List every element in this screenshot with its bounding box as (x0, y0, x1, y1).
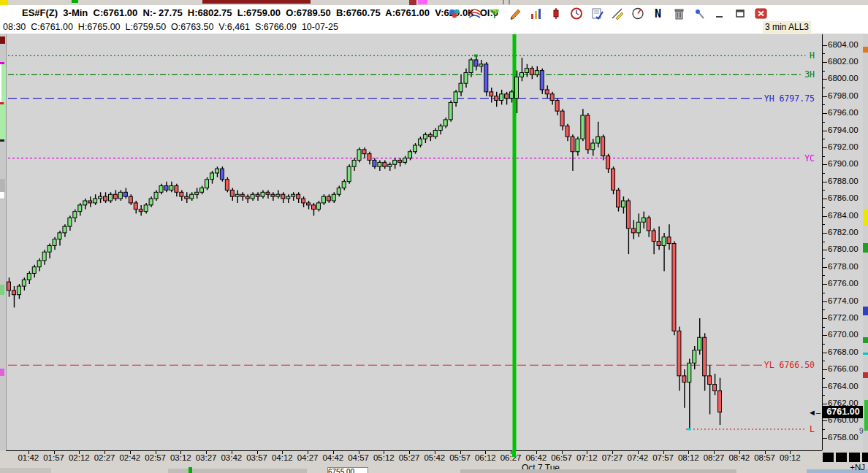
candle (591, 143, 595, 150)
candle (535, 71, 538, 75)
candle (307, 203, 311, 205)
candle (27, 273, 31, 280)
candle (443, 120, 447, 126)
price-axis-label: 6804.00 (828, 40, 859, 49)
candle (230, 190, 234, 196)
checklist-icon[interactable] (590, 7, 604, 20)
price-tick (823, 404, 827, 404)
candle (667, 237, 671, 244)
candle (378, 162, 381, 166)
candle (662, 237, 666, 246)
trash-icon[interactable] (672, 7, 686, 20)
candle (581, 115, 585, 139)
price-tick (823, 147, 827, 148)
price-axis[interactable]: 6804.006802.006800.006798.006796.006794.… (822, 34, 863, 450)
background-window-fragment (863, 372, 868, 378)
price-tick (823, 395, 825, 396)
price-tick (823, 293, 825, 293)
background-window-fragment (202, 0, 311, 4)
price-tick (823, 438, 827, 439)
candle (693, 350, 696, 364)
candle (454, 92, 457, 103)
price-axis-label: 6794.00 (828, 126, 859, 134)
pin-icon[interactable] (693, 7, 707, 20)
candle (12, 291, 15, 295)
candle (134, 203, 137, 209)
price-tick (823, 420, 827, 421)
price-tick (823, 131, 827, 131)
session-high-dot (474, 55, 478, 57)
candle (560, 111, 564, 126)
notes-icon[interactable]: N (652, 7, 666, 20)
chart-plot-area[interactable]: H3HYH 6797.75YCYL 6766.50L (6, 34, 823, 450)
compass-icon[interactable] (631, 7, 645, 20)
candle (368, 154, 371, 161)
level-label-H: H (810, 50, 815, 61)
price-tick (823, 79, 827, 80)
current-price-box: 6761.00 (823, 406, 864, 418)
time-axis[interactable]: 01:4201:5702:1202:2702:4202:5703:1203:27… (0, 450, 868, 473)
restore-button[interactable] (734, 7, 747, 20)
candle (718, 391, 722, 412)
plant-icon[interactable] (488, 7, 502, 20)
pencil-icon[interactable] (509, 7, 522, 20)
candle (484, 64, 488, 92)
corner-grip[interactable] (823, 453, 868, 462)
candle (418, 139, 422, 145)
quote-bar: 08:30 C:6761.00 H:6765.00 L:6759.50 O:67… (0, 20, 868, 34)
price-axis-label: 6770.00 (828, 330, 859, 339)
candle (94, 199, 97, 203)
candle (708, 376, 712, 385)
candlestick-icon[interactable] (549, 7, 563, 20)
candle (129, 196, 132, 203)
candle (540, 71, 544, 90)
close-button[interactable] (754, 7, 768, 20)
candle (271, 194, 275, 196)
price-tick (823, 250, 827, 250)
background-price-fragment: 6755.00 (327, 467, 368, 473)
candle (571, 136, 574, 151)
candle (383, 162, 387, 166)
candle (205, 180, 209, 188)
candle (185, 196, 189, 199)
price-tick (823, 156, 825, 157)
price-tick (823, 216, 827, 217)
candle (398, 160, 402, 162)
candle (215, 169, 218, 173)
candle (657, 242, 660, 246)
candle (139, 209, 142, 212)
candle (474, 60, 478, 66)
candle (433, 131, 437, 137)
bar-chart-icon[interactable] (529, 7, 543, 20)
price-axis-label: 6766.00 (828, 364, 859, 373)
candle (596, 136, 600, 143)
interval-selector[interactable]: 3 min ALL3 (763, 21, 811, 33)
candle (500, 94, 503, 101)
background-window-fragment (0, 36, 5, 44)
background-window-fragment (863, 47, 868, 53)
bubbles-icon[interactable] (447, 7, 461, 20)
candle (519, 73, 523, 77)
last-bar-quote: 08:30 C:6761.00 H:6765.00 L:6759.50 O:67… (3, 22, 338, 32)
candle (276, 194, 280, 196)
price-axis-label: 6758.00 (828, 433, 859, 442)
price-tick (823, 335, 827, 336)
candle (200, 188, 204, 192)
price-tick (823, 267, 827, 268)
window-title-bar[interactable]: ES#F(Z) 3-Min C:6761.00 N:- 27.75 H:6802… (0, 5, 868, 21)
candle (347, 166, 351, 181)
price-tick (823, 173, 825, 174)
background-window-fragment (460, 469, 736, 473)
clock-icon[interactable] (570, 7, 584, 20)
candle (63, 226, 66, 233)
background-window-fragment (864, 400, 868, 431)
draw-line-icon[interactable] (611, 7, 625, 20)
candle (240, 194, 244, 196)
price-tick (823, 353, 827, 353)
waves-icon[interactable] (468, 7, 481, 20)
minimize-button[interactable] (713, 7, 727, 20)
candle (495, 96, 498, 101)
candle (316, 203, 320, 209)
price-axis-label: 6784.00 (828, 211, 859, 220)
price-tick (823, 233, 827, 234)
